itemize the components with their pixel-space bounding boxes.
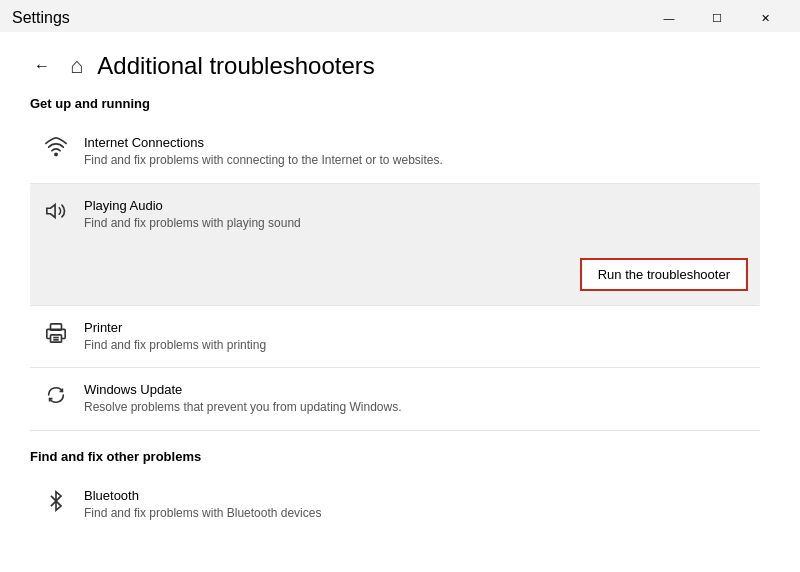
playing-audio-row: Playing Audio Find and fix problems with… bbox=[42, 198, 748, 232]
settings-container: ← ⌂ Additional troubleshooters Get up an… bbox=[0, 32, 800, 572]
run-troubleshooter-button[interactable]: Run the troubleshooter bbox=[580, 258, 748, 291]
minimize-button[interactable]: — bbox=[646, 4, 692, 32]
printer-desc: Find and fix problems with printing bbox=[84, 337, 748, 354]
item-bluetooth[interactable]: Bluetooth Find and fix problems with Blu… bbox=[30, 474, 760, 536]
playing-audio-name: Playing Audio bbox=[84, 198, 748, 213]
item-windows-update[interactable]: Windows Update Resolve problems that pre… bbox=[30, 368, 760, 430]
home-icon: ⌂ bbox=[70, 53, 83, 79]
playing-audio-icon bbox=[42, 198, 70, 222]
item-internet-connections[interactable]: Internet Connections Find and fix proble… bbox=[30, 121, 760, 183]
playing-audio-desc: Find and fix problems with playing sound bbox=[84, 215, 748, 232]
settings-title: Settings bbox=[12, 9, 70, 27]
internet-connections-text: Internet Connections Find and fix proble… bbox=[84, 135, 748, 169]
windows-update-name: Windows Update bbox=[84, 382, 748, 397]
bluetooth-name: Bluetooth bbox=[84, 488, 748, 503]
section-get-up-running-title: Get up and running bbox=[30, 96, 760, 111]
maximize-button[interactable]: ☐ bbox=[694, 4, 740, 32]
run-btn-row: Run the troubleshooter bbox=[42, 246, 748, 305]
item-printer[interactable]: Printer Find and fix problems with print… bbox=[30, 306, 760, 368]
internet-connections-desc: Find and fix problems with connecting to… bbox=[84, 152, 748, 169]
page-header-row: ← ⌂ Additional troubleshooters bbox=[30, 52, 760, 80]
content-area: ← ⌂ Additional troubleshooters Get up an… bbox=[0, 32, 800, 572]
windows-update-icon bbox=[42, 382, 70, 406]
bluetooth-text: Bluetooth Find and fix problems with Blu… bbox=[84, 488, 748, 522]
divider-4 bbox=[30, 430, 760, 431]
title-bar-left: Settings bbox=[12, 9, 70, 27]
close-button[interactable]: ✕ bbox=[742, 4, 788, 32]
section-find-fix-title: Find and fix other problems bbox=[30, 449, 760, 464]
playing-audio-text: Playing Audio Find and fix problems with… bbox=[84, 198, 748, 232]
internet-connections-icon bbox=[42, 135, 70, 159]
page-header: ⌂ Additional troubleshooters bbox=[70, 52, 375, 80]
svg-rect-3 bbox=[51, 334, 62, 341]
title-bar-controls: — ☐ ✕ bbox=[646, 4, 788, 32]
printer-text: Printer Find and fix problems with print… bbox=[84, 320, 748, 354]
svg-point-0 bbox=[55, 153, 57, 155]
svg-marker-1 bbox=[47, 204, 55, 217]
title-bar: Settings — ☐ ✕ bbox=[0, 0, 800, 32]
bluetooth-icon bbox=[42, 488, 70, 512]
back-button[interactable]: ← bbox=[30, 53, 54, 79]
printer-name: Printer bbox=[84, 320, 748, 335]
windows-update-desc: Resolve problems that prevent you from u… bbox=[84, 399, 748, 416]
windows-update-text: Windows Update Resolve problems that pre… bbox=[84, 382, 748, 416]
item-playing-audio[interactable]: Playing Audio Find and fix problems with… bbox=[30, 184, 760, 305]
page-title: Additional troubleshooters bbox=[97, 52, 375, 80]
printer-icon bbox=[42, 320, 70, 344]
bluetooth-desc: Find and fix problems with Bluetooth dev… bbox=[84, 505, 748, 522]
internet-connections-name: Internet Connections bbox=[84, 135, 748, 150]
